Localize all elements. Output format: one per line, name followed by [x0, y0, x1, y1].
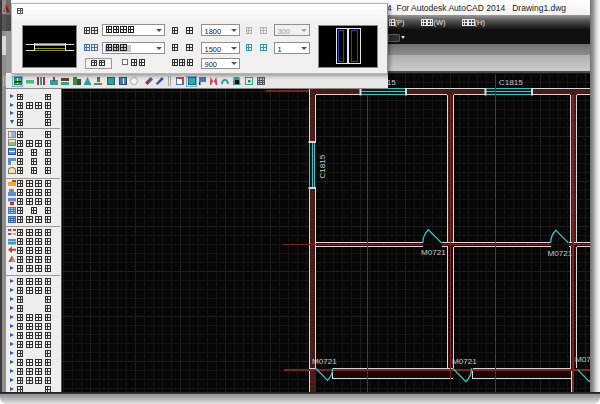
svg-text:C1815: C1815 [499, 78, 523, 87]
svg-text:M0721: M0721 [421, 248, 446, 257]
svg-text:M0721: M0721 [312, 357, 337, 366]
svg-text:M0721: M0721 [548, 249, 573, 258]
svg-text:C1815: C1815 [318, 154, 327, 178]
svg-text:M0721: M0721 [452, 357, 477, 366]
